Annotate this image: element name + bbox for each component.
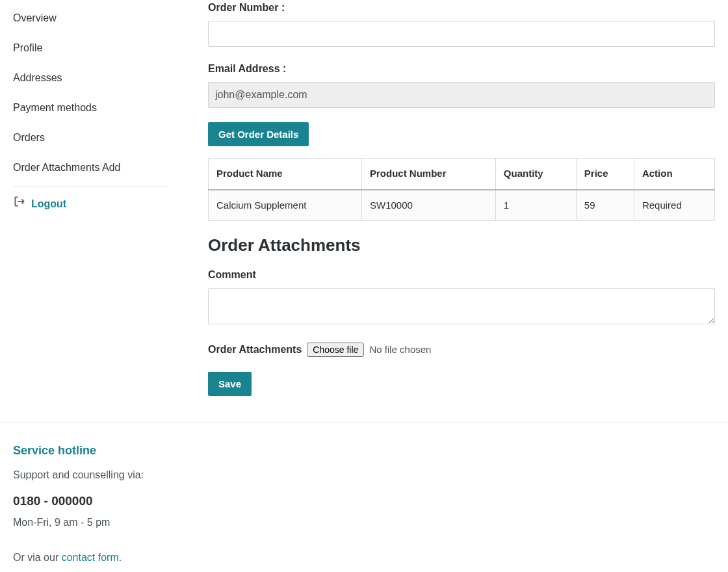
choose-file-button[interactable]: Choose file xyxy=(307,343,364,357)
save-button[interactable]: Save xyxy=(208,372,252,396)
order-number-label: Order Number : xyxy=(208,0,715,16)
td-product-number: SW10000 xyxy=(362,190,496,221)
email-label: Email Address : xyxy=(208,61,715,77)
account-sidebar: Overview Profile Addresses Payment metho… xyxy=(13,0,169,409)
footer-phone: 0180 - 000000 xyxy=(13,492,715,511)
email-input xyxy=(208,82,715,108)
sidebar-item-addresses[interactable]: Addresses xyxy=(13,63,169,93)
sidebar-item-payment-methods[interactable]: Payment methods xyxy=(13,93,169,123)
footer-via: Or via our contact form. xyxy=(13,550,715,566)
contact-form-link[interactable]: contact form xyxy=(62,552,119,563)
order-attachments-file-label: Order Attachments xyxy=(208,342,302,358)
order-number-input[interactable] xyxy=(208,21,715,47)
no-file-chosen-text: No file chosen xyxy=(369,343,431,358)
logout-label: Logout xyxy=(31,196,66,212)
sidebar-divider xyxy=(13,187,169,187)
th-product-number: Product Number xyxy=(362,159,496,190)
footer-via-suffix: . xyxy=(119,552,122,563)
table-row: Calcium Supplement SW10000 1 59 Required xyxy=(209,190,715,221)
sidebar-item-profile[interactable]: Profile xyxy=(13,33,169,63)
td-price: 59 xyxy=(576,190,634,221)
th-action: Action xyxy=(634,159,714,190)
logout-icon xyxy=(13,195,26,213)
footer-heading: Service hotline xyxy=(13,442,715,460)
logout-link[interactable]: Logout xyxy=(13,195,169,213)
th-product-name: Product Name xyxy=(209,159,362,190)
footer-support-line: Support and counselling via: xyxy=(13,467,715,483)
get-order-details-button[interactable]: Get Order Details xyxy=(208,122,309,146)
th-price: Price xyxy=(576,159,634,190)
order-table: Product Name Product Number Quantity Pri… xyxy=(208,158,715,221)
footer: Service hotline Support and counselling … xyxy=(0,422,728,572)
main-content: Order Number : Email Address : Get Order… xyxy=(169,0,715,409)
th-quantity: Quantity xyxy=(495,159,576,190)
comment-textarea[interactable] xyxy=(208,288,715,324)
td-action: Required xyxy=(634,190,714,221)
sidebar-item-overview[interactable]: Overview xyxy=(13,6,169,33)
footer-via-prefix: Or via our xyxy=(13,552,62,563)
sidebar-item-order-attachments-add[interactable]: Order Attachments Add xyxy=(13,153,169,183)
footer-hours: Mon-Fri, 9 am - 5 pm xyxy=(13,515,715,530)
td-quantity: 1 xyxy=(495,190,576,221)
td-product-name: Calcium Supplement xyxy=(209,190,362,221)
order-attachments-heading: Order Attachments xyxy=(208,233,715,258)
sidebar-item-orders[interactable]: Orders xyxy=(13,123,169,153)
comment-label: Comment xyxy=(208,267,715,283)
